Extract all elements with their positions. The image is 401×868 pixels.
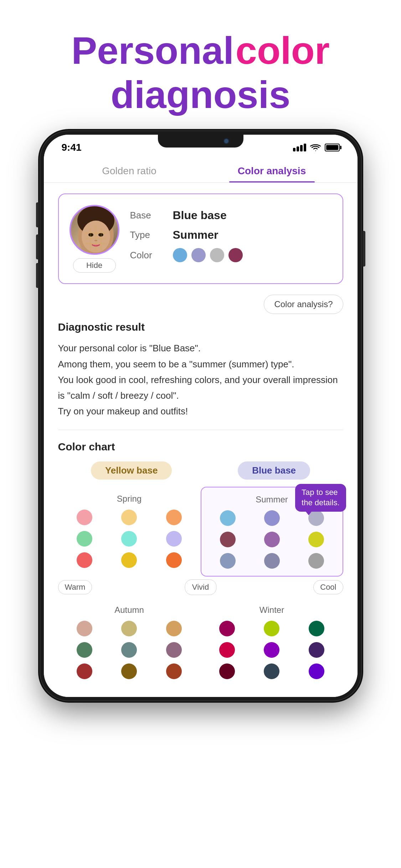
spring-quadrant: Spring <box>58 487 201 577</box>
profile-info: Base Blue base Type Summer Color <box>130 209 332 269</box>
section-divider <box>58 430 343 430</box>
color-dot-4 <box>228 248 243 262</box>
winter-label: Winter <box>208 605 336 615</box>
status-icons <box>293 143 340 152</box>
summer-dot-8 <box>264 553 280 569</box>
battery-icon <box>325 144 340 151</box>
face-svg <box>71 206 119 255</box>
svg-point-3 <box>88 233 93 237</box>
autumn-quadrant: Autumn <box>58 598 201 686</box>
summer-dots <box>209 510 335 569</box>
autumn-dot-4 <box>77 642 92 658</box>
tab-golden-ratio[interactable]: Golden ratio <box>58 157 201 182</box>
spring-dot-7 <box>77 552 92 568</box>
autumn-dots <box>65 621 194 679</box>
color-chart: Yellow base Blue base Spring <box>58 461 343 686</box>
phone-frame: 9:41 <box>40 131 361 701</box>
winter-dot-9 <box>309 663 324 679</box>
spring-label: Spring <box>65 494 194 504</box>
autumn-dot-2 <box>121 621 137 636</box>
diagnostic-text: Your personal color is "Blue Base". Amon… <box>58 340 343 419</box>
winter-dot-2 <box>264 621 279 636</box>
phone-wrapper: 9:41 <box>0 131 401 701</box>
tabs-bar: Golden ratio Color analysis <box>44 157 358 183</box>
battery-fill <box>326 145 338 150</box>
signal-bars-icon <box>293 144 306 151</box>
yellow-base-label: Yellow base <box>91 461 172 480</box>
spring-dot-2 <box>121 510 137 525</box>
blue-base-label: Blue base <box>238 461 310 480</box>
title-word-color: color <box>236 29 330 72</box>
status-time: 9:41 <box>62 142 82 153</box>
spring-dot-9 <box>166 552 182 568</box>
type-value: Summer <box>173 228 219 242</box>
color-dots <box>173 248 243 262</box>
winter-dots <box>208 621 336 679</box>
spring-dot-6 <box>166 531 182 547</box>
page-title-area: Personal color diagnosis <box>0 0 401 131</box>
base-label: Base <box>130 210 166 221</box>
summer-dot-4 <box>220 532 236 547</box>
summer-dot-1 <box>220 510 236 526</box>
autumn-dot-7 <box>77 663 92 679</box>
warm-label: Warm <box>58 580 92 594</box>
summer-dot-6 <box>308 532 324 547</box>
hide-button[interactable]: Hide <box>73 258 116 273</box>
color-dot-2 <box>191 248 206 262</box>
color-dot-1 <box>173 248 187 262</box>
winter-dot-4 <box>219 642 235 658</box>
title-word-diagnosis: diagnosis <box>21 73 380 117</box>
cool-label: Cool <box>313 580 343 594</box>
summer-quadrant[interactable]: Tap to seethe details. Summer <box>201 487 343 577</box>
base-value: Blue base <box>173 209 227 222</box>
color-dot-3 <box>210 248 224 262</box>
spring-dot-8 <box>121 552 137 568</box>
info-row-color: Color <box>130 248 332 262</box>
spring-dots <box>65 510 194 568</box>
winter-quadrant: Winter <box>201 598 343 686</box>
info-row-base: Base Blue base <box>130 209 332 222</box>
autumn-label: Autumn <box>65 605 194 615</box>
autumn-dot-9 <box>166 663 182 679</box>
winter-dot-7 <box>219 663 235 679</box>
summer-dot-7 <box>220 553 236 569</box>
spring-dot-1 <box>77 510 92 525</box>
notch-camera <box>223 138 229 144</box>
autumn-dot-6 <box>166 642 182 658</box>
winter-dot-8 <box>264 663 279 679</box>
summer-dot-9 <box>308 553 324 569</box>
color-chart-title: Color chart <box>58 441 343 453</box>
color-label: Color <box>130 250 166 261</box>
svg-point-4 <box>98 233 103 237</box>
summer-dot-5 <box>264 532 280 547</box>
spring-dot-4 <box>77 531 92 547</box>
autumn-dot-1 <box>77 621 92 636</box>
autumn-dot-8 <box>121 663 137 679</box>
phone-screen: 9:41 <box>44 135 358 697</box>
spring-dot-5 <box>121 531 137 547</box>
winter-dot-3 <box>309 621 324 636</box>
diagnostic-section-title: Diagnostic result <box>58 321 343 333</box>
title-word-personal: Personal <box>71 29 234 72</box>
autumn-dot-5 <box>121 642 137 658</box>
base-labels-row: Yellow base Blue base <box>58 461 343 480</box>
phone-notch <box>158 135 243 148</box>
winter-dot-1 <box>219 621 235 636</box>
analysis-button-wrap: Color analysis? <box>58 295 343 314</box>
tab-color-analysis[interactable]: Color analysis <box>201 157 343 182</box>
profile-card: Hide Base Blue base Type Summer Color <box>58 193 343 284</box>
info-row-type: Type Summer <box>130 228 332 242</box>
main-content: Hide Base Blue base Type Summer Color <box>44 183 358 697</box>
spring-dot-3 <box>166 510 182 525</box>
summer-dot-2 <box>264 510 280 526</box>
avatar-wrapper: Hide <box>70 205 119 273</box>
color-analysis-button[interactable]: Color analysis? <box>264 295 343 314</box>
avatar-circle <box>70 205 119 255</box>
winter-dot-5 <box>264 642 279 658</box>
tap-tooltip: Tap to seethe details. <box>295 484 346 511</box>
wifi-icon <box>310 143 321 152</box>
autumn-dot-3 <box>166 621 182 636</box>
vivid-label: Vivid <box>185 579 216 595</box>
winter-dot-6 <box>309 642 324 658</box>
type-label: Type <box>130 229 166 241</box>
